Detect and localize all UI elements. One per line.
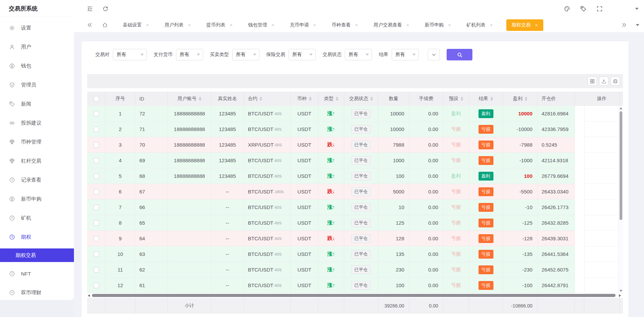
sidebar-item-dual[interactable]: 双币理财 [0,283,74,302]
row-checkbox[interactable] [94,220,99,226]
tab-close-icon[interactable]: × [188,23,191,27]
user-menu-caret-icon[interactable] [635,8,639,10]
column-header-profit[interactable]: 盈利 [503,92,538,106]
tab-基础设置[interactable]: 基础设置× [121,19,151,31]
cell-coin: USDT [291,168,318,184]
tab-close-icon[interactable]: × [146,23,149,27]
row-checkbox[interactable] [94,173,99,179]
filter-select-result[interactable]: 所有 [392,49,419,60]
tab-充币申请[interactable]: 充币申请× [288,19,318,31]
cell-open-price: 42336.7959 [538,122,575,137]
sort-icon[interactable] [199,97,201,101]
sidebar-item-admins[interactable]: 管理员 [0,75,74,94]
home-icon[interactable] [102,22,108,28]
select-all-checkbox[interactable] [94,96,99,101]
tab-矿机列表[interactable]: 矿机列表× [465,19,495,31]
column-header-contract[interactable]: 合约 [244,92,291,106]
row-checkbox[interactable] [94,251,99,257]
tab-币种查看[interactable]: 币种查看× [330,19,360,31]
column-label: 合约 [248,96,257,102]
scroll-up-icon[interactable] [620,107,622,109]
sidebar-item-ieo[interactable]: 新币申购 [0,189,74,208]
row-checkbox[interactable] [94,158,99,163]
sort-icon[interactable] [309,97,312,101]
tab-close-icon[interactable]: × [406,23,409,27]
sort-icon[interactable] [336,97,338,101]
vertical-scrollbar-thumb[interactable] [620,111,622,220]
sidebar-item-news[interactable]: 新闻 [0,94,74,113]
filter-select-status[interactable]: 所有 [345,49,372,60]
sidebar-item-feedback[interactable]: 投拆建议 [0,113,74,132]
columns-button[interactable] [588,77,597,86]
tab-close-icon[interactable]: × [313,23,316,27]
fullscreen-icon[interactable] [597,6,603,12]
sidebar-item-settings[interactable]: 设置 [0,18,74,37]
collapse-menu-icon[interactable] [87,6,93,12]
sort-icon[interactable] [461,97,463,101]
row-checkbox[interactable] [94,267,99,273]
sidebar-item-margin[interactable]: 杠杆交易 [0,151,74,170]
sidebar-item-options[interactable]: 期权 [0,227,74,246]
column-header-coin[interactable]: 币种 [291,92,318,106]
sort-icon[interactable] [525,97,527,101]
row-checkbox[interactable] [94,236,99,241]
tab-close-icon[interactable]: × [448,23,451,27]
sort-icon[interactable] [259,97,262,101]
tab-close-icon[interactable]: × [355,23,358,27]
filter-select-pair[interactable]: 所有 [113,49,147,60]
sidebar-item-nft[interactable]: NFT [0,264,74,283]
print-button[interactable] [611,77,620,86]
export-button[interactable] [599,77,608,86]
sort-icon[interactable] [490,97,493,101]
sidebar-item-coins[interactable]: 币种管理 [0,132,74,151]
cell-profit: -10000 [503,122,538,137]
scroll-down-icon[interactable] [620,290,622,292]
tab-close-icon[interactable]: × [535,23,538,27]
tab-用户交易查看[interactable]: 用户交易查看× [371,19,411,31]
tag-icon[interactable] [580,6,586,12]
tab-钱包管理[interactable]: 钱包管理× [246,19,276,31]
filter-select-insurance[interactable]: 所有 [289,49,316,60]
scroll-left-icon[interactable] [88,294,90,297]
sidebar-item-miner[interactable]: 矿机 [0,208,74,227]
row-checkbox[interactable] [94,111,99,116]
search-button[interactable] [447,49,472,60]
horizontal-scrollbar[interactable] [87,293,623,298]
palette-icon[interactable] [564,6,570,12]
column-header-account[interactable]: 用户账号 [168,92,211,106]
tabs-menu-caret-icon[interactable] [636,24,639,26]
scroll-right-icon[interactable] [619,294,621,297]
cell-check [87,153,105,168]
sidebar-subitem-options-trade[interactable]: 期权交易 [0,248,74,262]
expand-filters-button[interactable] [428,49,440,60]
row-checkbox[interactable] [94,283,99,288]
row-checkbox[interactable] [94,127,99,132]
tab-用户列表[interactable]: 用户列表× [162,19,193,31]
vertical-scrollbar[interactable] [618,106,623,293]
sort-icon[interactable] [370,97,373,101]
column-header-status[interactable]: 交易状态 [344,92,378,106]
filter-select-side[interactable]: 所有 [232,49,259,60]
cell-result: 亏损 [469,278,503,293]
tab-close-icon[interactable]: × [272,23,274,27]
column-header-preset[interactable]: 预设 [443,92,469,106]
refresh-icon[interactable] [102,6,109,12]
cell-qty: 230 [378,262,409,278]
row-checkbox[interactable] [94,205,99,210]
tabs-scroll-right-icon[interactable] [621,22,627,28]
sidebar-item-records[interactable]: 记录查看 [0,170,74,189]
tab-close-icon[interactable]: × [490,23,493,27]
sidebar-item-users[interactable]: 用户 [0,37,74,56]
tab-新币申购[interactable]: 新币申购× [423,19,453,31]
filter-select-pay-coin[interactable]: 所有 [176,49,203,60]
tab-close-icon[interactable]: × [230,23,232,27]
row-checkbox[interactable] [94,142,99,148]
tab-期权交易[interactable]: 期权交易× [506,19,543,31]
sidebar-item-wallet[interactable]: 钱包 [0,56,74,75]
row-checkbox[interactable] [94,189,99,194]
column-header-type[interactable]: 类型 [318,92,344,106]
tabs-scroll-left-icon[interactable] [87,22,93,28]
tab-提币列表[interactable]: 提币列表× [204,19,234,31]
column-header-result[interactable]: 结果 [469,92,503,106]
horizontal-scrollbar-thumb[interactable] [92,294,616,297]
